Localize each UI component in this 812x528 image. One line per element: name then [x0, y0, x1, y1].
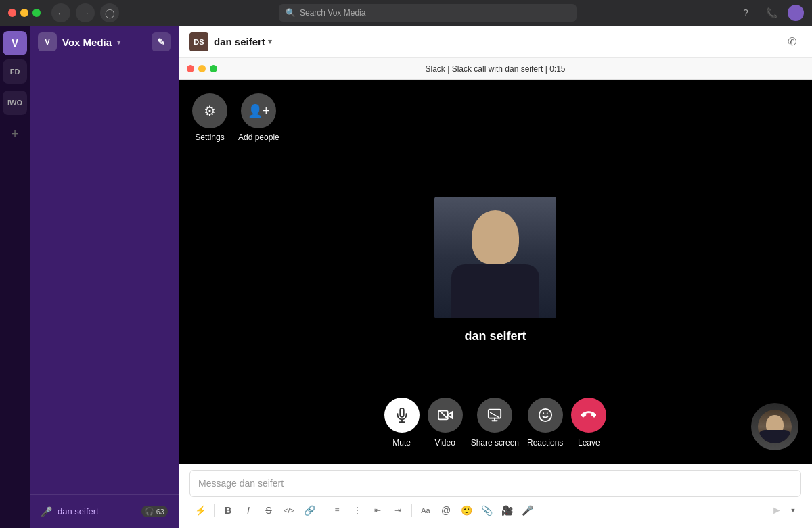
mention-button[interactable]: @ — [436, 501, 455, 520]
call-titlebar-traffic-lights — [187, 65, 217, 72]
person-silhouette — [434, 197, 556, 318]
help-button[interactable]: ? — [736, 3, 755, 22]
mac-nav: ← → ◯ — [51, 3, 119, 22]
sidebar-username: dan seifert — [58, 506, 136, 517]
workspace-icon: V — [38, 32, 57, 51]
indent-increase-button[interactable]: ⇥ — [388, 501, 407, 520]
share-screen-button[interactable]: Share screen — [471, 398, 519, 448]
ordered-list-button[interactable]: ≡ — [328, 501, 346, 520]
workspace-name: Vox Media — [62, 37, 112, 48]
plus-icon: + — [11, 126, 19, 142]
call-close-button[interactable] — [187, 65, 194, 72]
message-toolbar: ⚡ B I S </> 🔗 — [189, 501, 801, 520]
mute-button[interactable]: Mute — [384, 398, 420, 448]
video-icon: 🎥 — [501, 505, 513, 516]
dock-app-fd[interactable]: FD — [3, 59, 27, 84]
leave-circle — [571, 398, 606, 433]
bold-button[interactable]: B — [219, 501, 238, 520]
call-bottom-controls: Mute Video — [179, 398, 812, 464]
call-window: Slack | Slack call with dan seifert | 0:… — [179, 58, 812, 464]
add-people-button[interactable]: 👤+ Add people — [238, 93, 279, 142]
send-dropdown[interactable]: ▼ — [786, 501, 800, 520]
edit-button[interactable]: ✎ — [152, 32, 171, 51]
send-button[interactable]: ► — [767, 501, 786, 520]
lightning-icon: ⚡ — [195, 505, 206, 516]
dock-app-iwo[interactable]: IWO — [3, 91, 27, 115]
mac-right-icons: ? 📞 — [736, 3, 804, 22]
lightning-button[interactable]: ⚡ — [191, 501, 210, 520]
share-screen-label: Share screen — [471, 438, 519, 448]
code-icon: </> — [284, 506, 294, 514]
strikethrough-icon: S — [265, 505, 271, 516]
chevron-down-icon: ▼ — [790, 507, 796, 514]
back-button[interactable]: ← — [51, 3, 70, 22]
microphone-icon: 🎤 — [522, 505, 533, 516]
call-top-controls: ⚙ Settings 👤+ Add people — [179, 80, 812, 142]
add-people-label: Add people — [238, 133, 279, 142]
sidebar-user-row[interactable]: 🎤 dan seifert 🎧 63 — [35, 502, 173, 521]
bullet-list-icon: ⋮ — [353, 506, 361, 515]
close-button[interactable] — [8, 9, 16, 17]
search-placeholder: Search Vox Media — [300, 8, 365, 18]
sidebar-header: V Vox Media ▾ ✎ — [30, 26, 179, 58]
mac-topbar: ← → ◯ 🔍 Search Vox Media ? 📞 — [0, 0, 812, 26]
channel-name: dan seifert ▾ — [214, 36, 272, 47]
svg-marker-2 — [447, 412, 451, 418]
text-size-button[interactable]: Aa — [416, 501, 435, 520]
link-button[interactable]: 🔗 — [300, 501, 319, 520]
svg-point-9 — [539, 409, 551, 421]
add-people-circle: 👤+ — [241, 93, 276, 128]
call-phone-button[interactable]: ✆ — [782, 32, 801, 51]
reactions-label: Reactions — [527, 438, 563, 448]
video-label: Video — [434, 438, 455, 448]
toolbar-divider-1 — [214, 504, 215, 517]
settings-button[interactable]: ⚙ Settings — [192, 93, 227, 142]
strikethrough-button[interactable]: S — [259, 501, 278, 520]
attach-button[interactable]: 📎 — [477, 501, 496, 520]
indent-decrease-button[interactable]: ⇤ — [368, 501, 387, 520]
minimize-button[interactable] — [20, 9, 28, 17]
indent-increase-icon: ⇥ — [394, 506, 401, 515]
send-icon: ► — [771, 504, 782, 517]
message-placeholder: Message dan seifert — [198, 478, 792, 489]
chevron-down-icon: ▾ — [117, 39, 120, 46]
dropdown-icon: ▾ — [268, 37, 272, 46]
call-title: Slack | Slack call with dan seifert | 0:… — [426, 64, 566, 74]
maximize-button[interactable] — [32, 9, 41, 17]
bullet-list-button[interactable]: ⋮ — [348, 501, 367, 520]
emoji-button[interactable]: 🙂 — [457, 501, 476, 520]
mic-icon: 🎤 — [41, 506, 52, 517]
audio-message-button[interactable]: 🎤 — [518, 501, 537, 520]
share-screen-circle — [477, 398, 512, 433]
history-button[interactable]: ◯ — [100, 3, 119, 22]
svg-line-8 — [491, 412, 499, 417]
call-minimize-button[interactable] — [198, 65, 206, 72]
message-input-box[interactable]: Message dan seifert — [189, 470, 801, 497]
svg-line-4 — [439, 411, 447, 419]
code-button[interactable]: </> — [279, 501, 298, 520]
video-message-button[interactable]: 🎥 — [497, 501, 516, 520]
text-size-icon: Aa — [421, 506, 430, 514]
video-button[interactable]: Video — [428, 398, 463, 448]
dock-logo[interactable]: V — [3, 31, 27, 55]
user-status-badge: 🎧 63 — [141, 506, 168, 517]
phone-button[interactable]: 📞 — [762, 3, 781, 22]
search-bar[interactable]: 🔍 Search Vox Media — [279, 4, 577, 22]
user-avatar[interactable] — [788, 5, 804, 21]
self-view-inner — [751, 403, 798, 450]
video-circle — [428, 398, 463, 433]
dock-logo-label: V — [12, 37, 19, 49]
person-head — [472, 210, 519, 264]
leave-label: Leave — [578, 438, 600, 448]
forward-button[interactable]: → — [76, 3, 95, 22]
call-maximize-button[interactable] — [210, 65, 217, 72]
dock-add-button[interactable]: + — [3, 122, 27, 146]
leave-button[interactable]: Leave — [571, 398, 606, 448]
channel-header: DS dan seifert ▾ ✆ — [179, 26, 812, 58]
self-view — [751, 403, 798, 450]
reactions-button[interactable]: Reactions — [527, 398, 563, 448]
italic-icon: I — [247, 505, 250, 516]
mute-label: Mute — [392, 438, 411, 448]
italic-button[interactable]: I — [239, 501, 258, 520]
person-body — [451, 264, 539, 318]
